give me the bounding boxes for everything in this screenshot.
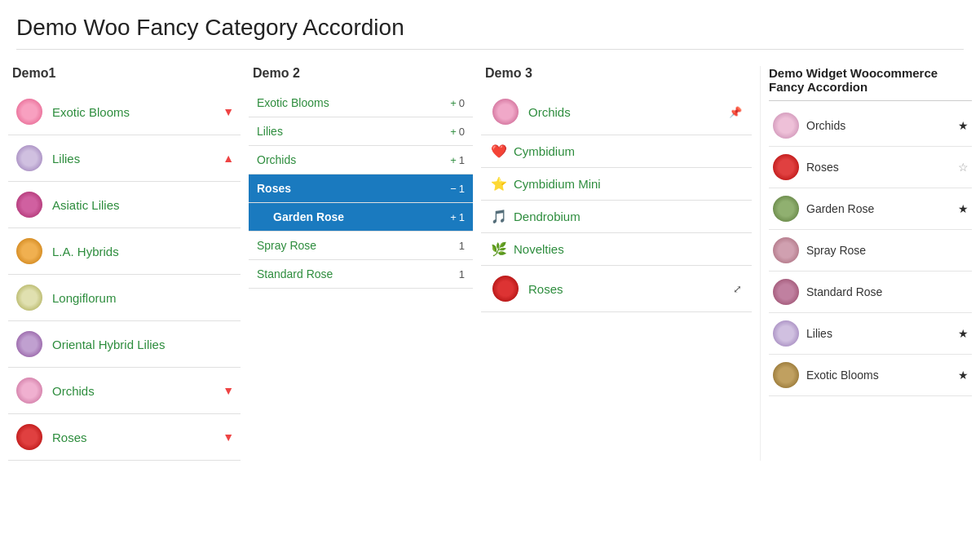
item-label: Standard Rose [257, 267, 459, 280]
demo2-item-d2-standard-rose[interactable]: Standard Rose1 [249, 260, 473, 289]
page-title: Demo Woo Fancy Category Accordion [0, 0, 980, 49]
demo3-title: Demo 3 [481, 66, 752, 81]
item-label: Cymbidium Mini [514, 177, 742, 191]
flower-icon [491, 274, 520, 303]
item-label: Asiatic Lilies [52, 198, 234, 212]
demo1-list: Exotic Blooms▼Lilies▲Asiatic LiliesL.A. … [8, 89, 241, 461]
item-label: Longiflorum [52, 291, 234, 305]
item-count: −1 [450, 183, 465, 195]
widget-column: Demo Widget Woocommerce Fancy Accordion … [760, 66, 972, 461]
item-label: Orchids [528, 105, 729, 119]
emoji-icon: 🎵 [491, 209, 507, 224]
item-label: Exotic Blooms [52, 105, 223, 119]
demo3-item-d3-cymbidium[interactable]: ❤️Cymbidium [481, 135, 752, 168]
widget-item-w-garden-rose[interactable]: Garden Rose★ [769, 188, 972, 230]
demo2-item-d2-roses[interactable]: Roses−1 [249, 174, 473, 203]
item-label: Standard Rose [806, 285, 969, 298]
widget-divider [769, 100, 972, 101]
demo3-item-d3-orchids[interactable]: Orchids📌 [481, 89, 752, 135]
flower-icon [15, 144, 44, 173]
demo2-item-d2-exotic[interactable]: Exotic Blooms+0 [249, 89, 473, 117]
demo1-item-longiflorum[interactable]: Longiflorum [8, 275, 241, 321]
item-count: 1 [459, 240, 465, 252]
widget-item-w-orchids[interactable]: Orchids★ [769, 105, 972, 147]
widget-item-w-exotic-blooms[interactable]: Exotic Blooms★ [769, 355, 972, 396]
item-label: Roses [257, 182, 450, 195]
item-label: Exotic Blooms [806, 369, 958, 382]
demo3-item-d3-novelties[interactable]: 🌿Novelties [481, 233, 752, 266]
demo3-item-d3-cymbidium-mini[interactable]: ⭐Cymbidium Mini [481, 168, 752, 201]
flower-icon [772, 361, 800, 389]
item-label: Cymbidium [514, 144, 742, 158]
widget-list: Orchids★Roses☆Garden Rose★Spray RoseStan… [769, 105, 972, 396]
demo1-item-la-hybrids[interactable]: L.A. Hybrids [8, 228, 241, 275]
item-count: +1 [450, 154, 465, 166]
demo2-item-d2-spray-rose[interactable]: Spray Rose1 [249, 232, 473, 260]
minus-icon: − [450, 183, 457, 195]
plus-icon: + [450, 154, 457, 166]
pin-icon[interactable]: 📌 [729, 106, 742, 118]
item-label: Novelties [514, 242, 742, 256]
expand-icon[interactable]: ⤢ [733, 283, 742, 295]
star-filled-icon[interactable]: ★ [958, 202, 969, 215]
flower-icon [491, 97, 520, 126]
main-layout: Demo1 Exotic Blooms▼Lilies▲Asiatic Lilie… [0, 66, 980, 461]
demo1-column: Demo1 Exotic Blooms▼Lilies▲Asiatic Lilie… [8, 66, 241, 461]
flower-icon [15, 97, 44, 126]
flower-icon [15, 236, 44, 266]
item-label: Roses [806, 161, 958, 174]
star-empty-icon[interactable]: ☆ [958, 161, 969, 174]
demo3-column: Demo 3 Orchids📌❤️Cymbidium⭐Cymbidium Min… [481, 66, 752, 461]
demo2-item-d2-orchids[interactable]: Orchids+1 [249, 146, 473, 174]
star-filled-icon[interactable]: ★ [958, 119, 969, 132]
demo1-item-lilies[interactable]: Lilies▲ [8, 135, 241, 182]
plus-icon: + [450, 126, 457, 138]
item-label: Orchids [52, 384, 223, 398]
widget-item-w-lilies[interactable]: Lilies★ [769, 313, 972, 355]
demo1-item-orchids[interactable]: Orchids▼ [8, 368, 241, 414]
item-label: Spray Rose [806, 244, 969, 257]
plus-icon: + [450, 211, 457, 223]
demo2-item-d2-garden-rose[interactable]: Garden Rose+1 [249, 203, 473, 232]
flower-icon [15, 190, 44, 219]
item-label: Exotic Blooms [257, 96, 450, 109]
demo1-item-asiatic-lilies[interactable]: Asiatic Lilies [8, 182, 241, 228]
widget-item-w-spray-rose[interactable]: Spray Rose [769, 230, 972, 272]
widget-item-w-roses[interactable]: Roses☆ [769, 147, 972, 188]
item-label: Lilies [257, 125, 450, 138]
plus-icon: + [450, 97, 457, 109]
item-count: +0 [450, 126, 465, 138]
flower-icon [772, 195, 800, 223]
star-filled-icon[interactable]: ★ [958, 369, 969, 382]
flower-icon [15, 283, 44, 312]
arrow-down-icon[interactable]: ▼ [223, 384, 234, 397]
item-label: Oriental Hybrid Lilies [52, 338, 234, 351]
demo1-title: Demo1 [8, 66, 241, 81]
demo1-item-roses[interactable]: Roses▼ [8, 414, 241, 461]
demo1-item-exotic-blooms[interactable]: Exotic Blooms▼ [8, 89, 241, 135]
item-label: Orchids [806, 119, 958, 132]
arrow-up-icon[interactable]: ▲ [223, 152, 234, 165]
item-label: Garden Rose [806, 202, 958, 215]
demo2-list: Exotic Blooms+0Lilies+0Orchids+1Roses−1G… [249, 89, 473, 289]
demo3-item-d3-roses[interactable]: Roses⤢ [481, 266, 752, 312]
flower-icon [772, 153, 800, 181]
arrow-down-icon[interactable]: ▼ [223, 105, 234, 118]
title-divider [16, 49, 964, 50]
flower-icon [772, 320, 800, 347]
item-count: +1 [450, 211, 465, 223]
arrow-down-icon[interactable]: ▼ [223, 431, 234, 444]
flower-icon [772, 236, 800, 264]
item-label: Orchids [257, 153, 450, 166]
item-label: Lilies [806, 327, 958, 340]
demo1-item-oriental-hybrid-lilies[interactable]: Oriental Hybrid Lilies [8, 321, 241, 368]
demo3-list: Orchids📌❤️Cymbidium⭐Cymbidium Mini🎵Dendr… [481, 89, 752, 312]
flower-icon [772, 278, 800, 306]
demo2-title: Demo 2 [249, 66, 473, 81]
item-label: Dendrobium [514, 210, 742, 223]
flower-icon [15, 422, 44, 452]
demo2-item-d2-lilies[interactable]: Lilies+0 [249, 117, 473, 146]
widget-item-w-standard-rose[interactable]: Standard Rose [769, 272, 972, 313]
demo3-item-d3-dendrobium[interactable]: 🎵Dendrobium [481, 201, 752, 233]
star-filled-icon[interactable]: ★ [958, 327, 969, 340]
